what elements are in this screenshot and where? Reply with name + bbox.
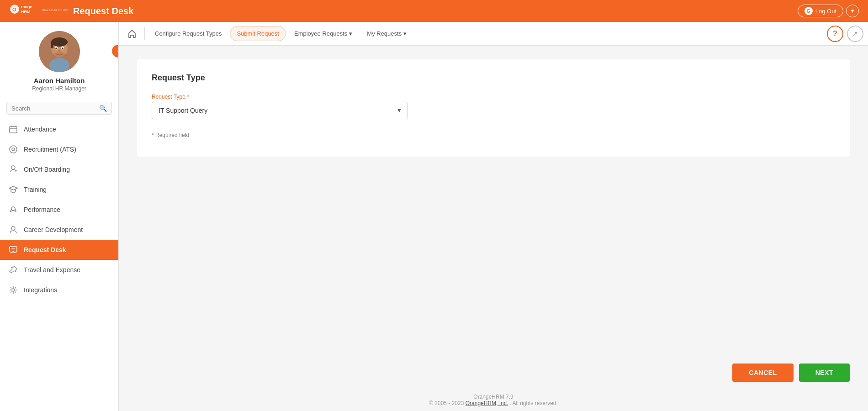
page-footer: OrangeHRM 7.9 © 2005 - 2023 OrangeHRM, I… — [119, 389, 868, 411]
training-icon — [8, 184, 18, 195]
svg-text:NEW LEVEL OF HR MANAGEMENT: NEW LEVEL OF HR MANAGEMENT — [42, 9, 69, 11]
svg-point-20 — [10, 146, 17, 153]
sidebar-item-performance[interactable]: Performance — [0, 200, 118, 220]
employee-dropdown-icon: ▾ — [349, 30, 352, 37]
search-icon: 🔍 — [99, 105, 107, 112]
page-content: Request Type Request Type IT Support Que… — [119, 46, 868, 356]
svg-point-23 — [11, 207, 15, 211]
home-icon — [127, 29, 137, 38]
sidebar-item-requestdesk[interactable]: Request Desk — [0, 240, 118, 260]
recruitment-icon — [8, 144, 18, 154]
tab-configure[interactable]: Configure Request Types — [148, 26, 228, 41]
sidebar-item-career[interactable]: Career Development — [0, 220, 118, 240]
svg-point-24 — [11, 227, 15, 230]
svg-rect-16 — [10, 126, 17, 133]
tab-my-requests[interactable]: My Requests ▾ — [360, 26, 413, 41]
sidebar-item-integrations[interactable]: Integrations — [0, 280, 118, 300]
footer-version: OrangeHRM 7.9 — [473, 394, 513, 400]
footer-company-link[interactable]: OrangeHRM, Inc. — [466, 400, 508, 406]
header-dropdown-button[interactable]: ▼ — [846, 5, 859, 17]
profile-role: Regional HR Manager — [32, 85, 86, 92]
svg-text:range: range — [21, 5, 32, 9]
sidebar-profile: ‹ — [0, 22, 118, 98]
logout-button[interactable]: G Log Out — [798, 5, 843, 17]
footer-copyright: © 2005 - 2023 — [429, 400, 464, 406]
sub-nav-right: ? ↗ — [827, 26, 863, 42]
form-section: Request Type Request Type IT Support Que… — [137, 59, 850, 157]
header-actions: G Log Out ▼ — [798, 5, 859, 17]
sidebar-item-attendance[interactable]: Attendance — [0, 119, 118, 139]
tab-submit[interactable]: Submit Request — [230, 26, 286, 41]
svg-point-8 — [51, 37, 68, 47]
orangehrm-logo: O range HRM NEW LEVEL OF HR MANAGEMENT — [9, 3, 69, 19]
requestdesk-icon — [8, 245, 18, 255]
google-icon: G — [804, 7, 813, 15]
request-type-field: Request Type IT Support Query HR Query F… — [152, 94, 835, 119]
share-button[interactable]: ↗ — [847, 26, 863, 42]
my-requests-dropdown-icon: ▾ — [403, 30, 407, 37]
sidebar-item-travel-label: Travel and Expense — [24, 266, 80, 274]
onboarding-icon — [8, 164, 18, 174]
avatar — [39, 31, 80, 72]
required-note: * Required field — [152, 132, 835, 138]
sidebar-collapse-button[interactable]: ‹ — [112, 45, 119, 58]
sidebar-item-performance-label: Performance — [24, 206, 60, 213]
logout-label: Log Out — [815, 8, 836, 15]
performance-icon — [8, 205, 18, 215]
tab-my-requests-label: My Requests — [367, 30, 402, 37]
sub-nav-divider — [144, 27, 145, 40]
svg-text:HRM: HRM — [21, 10, 31, 14]
footer-rights: . All rights reserved. — [509, 400, 557, 406]
tab-employee-requests-label: Employee Requests — [294, 30, 347, 37]
svg-text:O: O — [12, 7, 16, 12]
svg-rect-9 — [51, 41, 53, 48]
help-button[interactable]: ? — [827, 26, 843, 42]
svg-point-15 — [53, 52, 66, 58]
sidebar-item-training-label: Training — [24, 186, 47, 193]
request-type-select[interactable]: IT Support Query HR Query Facilities Req… — [152, 102, 408, 119]
attendance-icon — [8, 124, 18, 134]
sidebar-nav: Attendance Recruitment (ATS) — [0, 117, 118, 411]
svg-point-14 — [58, 50, 60, 53]
sidebar-item-requestdesk-label: Request Desk — [24, 246, 66, 253]
sidebar-item-travel[interactable]: Travel and Expense — [0, 260, 118, 280]
sidebar-item-recruitment-label: Recruitment (ATS) — [24, 146, 76, 153]
sidebar-item-onboarding-label: On/Off Boarding — [24, 166, 70, 173]
cancel-button[interactable]: CANCEL — [732, 364, 793, 382]
next-button[interactable]: NEXT — [799, 364, 850, 382]
tab-employee-requests[interactable]: Employee Requests ▾ — [288, 26, 359, 41]
sidebar: ‹ — [0, 22, 119, 411]
sidebar-item-integrations-label: Integrations — [24, 286, 57, 294]
home-button[interactable] — [123, 25, 141, 42]
search-input[interactable] — [11, 105, 99, 112]
profile-name: Aaron Hamilton — [34, 77, 85, 84]
select-wrapper: IT Support Query HR Query Facilities Req… — [152, 102, 408, 119]
sidebar-item-onboarding[interactable]: On/Off Boarding — [0, 159, 118, 179]
sidebar-item-training[interactable]: Training — [0, 179, 118, 200]
career-icon — [8, 225, 18, 235]
sidebar-item-attendance-label: Attendance — [24, 126, 56, 133]
top-header: O range HRM NEW LEVEL OF HR MANAGEMENT R… — [0, 0, 868, 22]
request-type-label: Request Type — [152, 94, 835, 100]
avatar-image — [39, 31, 80, 72]
sidebar-item-recruitment[interactable]: Recruitment (ATS) — [0, 139, 118, 159]
svg-point-22 — [11, 166, 15, 169]
main-layout: ‹ — [0, 22, 868, 411]
integrations-icon — [8, 285, 18, 295]
logo-area: O range HRM NEW LEVEL OF HR MANAGEMENT R… — [9, 3, 133, 19]
page-title: Request Desk — [73, 6, 133, 16]
svg-point-27 — [12, 289, 15, 291]
svg-point-21 — [12, 148, 15, 151]
svg-point-12 — [55, 47, 57, 49]
section-title: Request Type — [152, 73, 835, 83]
svg-point-13 — [62, 47, 64, 49]
search-box[interactable]: 🔍 — [6, 102, 112, 115]
travel-icon — [8, 265, 18, 275]
sidebar-item-career-label: Career Development — [24, 226, 83, 233]
action-bar: CANCEL NEXT — [119, 356, 868, 389]
content-area: Configure Request Types Submit Request E… — [119, 22, 868, 411]
svg-point-6 — [49, 58, 69, 72]
sub-nav: Configure Request Types Submit Request E… — [119, 22, 868, 46]
